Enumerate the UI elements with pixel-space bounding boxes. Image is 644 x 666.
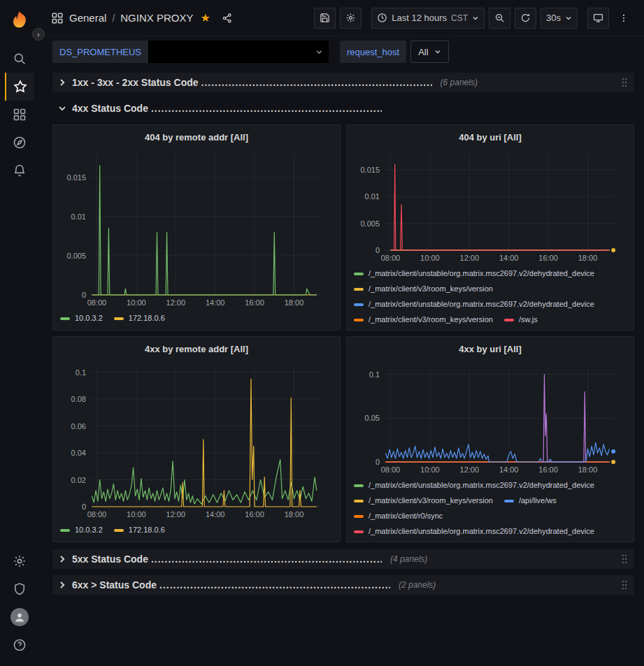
share-icon[interactable]: [222, 13, 233, 24]
sidebar: ›: [0, 0, 38, 666]
dashboard-settings-button[interactable]: [340, 8, 362, 29]
panel-title[interactable]: 404 by remote addr [All]: [60, 129, 333, 147]
time-series-chart[interactable]: 08:0010:0012:0014:0016:0018:0000.0050.01…: [60, 147, 333, 309]
sidebar-item-dashboards[interactable]: [5, 101, 34, 129]
legend-swatch: [354, 288, 364, 291]
sidebar-item-help[interactable]: [5, 631, 34, 659]
sidebar-item-explore[interactable]: [5, 129, 34, 157]
time-series-chart[interactable]: 08:0010:0012:0014:0016:0018:0000.0050.01…: [354, 147, 627, 264]
legend-swatch: [354, 500, 364, 502]
svg-text:08:00: 08:00: [87, 298, 107, 307]
row-title: 5xx Status Code: [72, 553, 148, 565]
save-dashboard-button[interactable]: [314, 8, 336, 29]
legend-item[interactable]: 10.0.3.2: [60, 524, 103, 536]
row-1xx-3xx-2xx-status-code[interactable]: 1xx - 3xx - 2xx Status Code ............…: [52, 73, 634, 92]
sidebar-item-search[interactable]: [5, 45, 34, 73]
svg-text:10:00: 10:00: [127, 510, 146, 519]
zoom-out-icon: [494, 13, 505, 23]
legend-item[interactable]: /api/live/ws: [504, 495, 557, 507]
svg-text:08:00: 08:00: [381, 254, 401, 262]
panel-title[interactable]: 404 by uri [All]: [354, 129, 627, 147]
legend-item[interactable]: /_matrix/client/v3/room_keys/version: [354, 283, 493, 295]
sidebar-collapse-button[interactable]: ›: [32, 28, 45, 41]
row-4xx-status-code[interactable]: 4xx Status Code ........................…: [52, 99, 634, 118]
legend-item[interactable]: 10.0.3.2: [60, 312, 103, 324]
row-drag-handle[interactable]: [620, 77, 629, 88]
svg-text:08:00: 08:00: [87, 510, 107, 519]
sidebar-item-alerting[interactable]: [5, 157, 34, 184]
legend-label: /_matrix/client/v3/room_keys/version: [368, 283, 493, 295]
legend-item[interactable]: 172.18.0.6: [114, 312, 165, 324]
breadcrumb-dashboard-title[interactable]: NGINX PROXY: [120, 12, 193, 24]
legend-item[interactable]: /_matrix/client/unstable/org.matrix.msc2…: [354, 268, 594, 280]
time-range-picker[interactable]: Last 12 hours CST: [371, 8, 485, 29]
monitor-icon: [593, 13, 603, 23]
chevron-down-icon: [58, 104, 66, 113]
svg-text:0.015: 0.015: [66, 173, 86, 182]
legend-item[interactable]: /_matrix/client/unstable/org.matrix.msc2…: [354, 479, 594, 491]
svg-text:0.02: 0.02: [71, 476, 86, 484]
refresh-button[interactable]: [515, 8, 536, 29]
kebab-menu-icon: [619, 13, 629, 24]
chart-legend: /_matrix/client/unstable/org.matrix.msc2…: [354, 476, 627, 537]
svg-text:16:00: 16:00: [538, 254, 558, 262]
row-title: 4xx Status Code: [72, 103, 148, 114]
request-host-variable: request_host All: [340, 41, 449, 63]
datasource-picker[interactable]: [148, 41, 329, 63]
kebab-menu-button[interactable]: [613, 8, 634, 29]
legend-swatch: [354, 273, 364, 275]
legend-item[interactable]: /_matrix/client/v3/room_keys/version: [354, 495, 493, 507]
panel-title[interactable]: 4xx by remote addr [All]: [60, 340, 333, 359]
legend-label: /_matrix/client/r0/sync: [368, 510, 443, 522]
chevron-right-icon: [58, 78, 66, 87]
row-6xx-status-code[interactable]: 6xx > Status Code ......................…: [52, 575, 634, 595]
request-host-picker[interactable]: All: [410, 41, 448, 63]
svg-text:0.01: 0.01: [71, 212, 86, 221]
row-drag-handle[interactable]: [620, 553, 629, 565]
legend-item[interactable]: 172.18.0.6: [114, 524, 165, 536]
chart-area: 08:0010:0012:0014:0016:0018:0000.0050.01…: [60, 147, 333, 309]
refresh-interval-picker[interactable]: 30s: [541, 8, 578, 29]
svg-text:18:00: 18:00: [285, 510, 304, 519]
panel-title[interactable]: 4xx by uri [All]: [354, 340, 627, 359]
dashboard-topbar: General / NGINX PROXY ★: [38, 0, 644, 36]
row-panels-count: (4 panels): [390, 554, 427, 564]
legend-swatch: [354, 484, 364, 487]
dashboard-content: 1xx - 3xx - 2xx Status Code ............…: [38, 67, 644, 666]
favorite-star-icon[interactable]: ★: [200, 11, 210, 24]
sidebar-item-server-admin[interactable]: [5, 575, 34, 603]
svg-text:14:00: 14:00: [206, 298, 225, 307]
sidebar-item-configuration[interactable]: [5, 547, 34, 575]
star-icon: [13, 80, 27, 94]
breadcrumb-section[interactable]: General: [69, 12, 106, 24]
legend-item[interactable]: /_matrix/client/unstable/org.matrix.msc2…: [354, 526, 594, 537]
search-icon: [13, 52, 27, 66]
chevron-right-icon: [58, 581, 66, 589]
sidebar-item-profile[interactable]: [5, 603, 34, 631]
svg-text:14:00: 14:00: [499, 465, 519, 474]
svg-text:0.1: 0.1: [76, 368, 86, 377]
legend-item[interactable]: /_matrix/client/v3/room_keys/version: [354, 314, 493, 326]
chevron-down-icon: [565, 15, 572, 22]
svg-text:14:00: 14:00: [206, 510, 225, 519]
time-series-chart[interactable]: 08:0010:0012:0014:0016:0018:0000.050.1: [354, 359, 627, 476]
row-5xx-status-code[interactable]: 5xx Status Code ........................…: [52, 549, 634, 569]
time-series-chart[interactable]: 08:0010:0012:0014:0016:0018:0000.020.040…: [60, 359, 333, 521]
svg-text:16:00: 16:00: [538, 465, 558, 474]
apps-grid-icon: [51, 12, 64, 24]
legend-label: /_matrix/client/unstable/org.matrix.msc2…: [368, 298, 594, 310]
tv-mode-button[interactable]: [587, 8, 609, 29]
request-host-variable-label: request_host: [340, 41, 406, 63]
legend-swatch: [114, 317, 124, 320]
zoom-out-time-button[interactable]: [489, 8, 510, 29]
svg-text:16:00: 16:00: [245, 510, 264, 519]
row-drag-handle[interactable]: [620, 579, 629, 591]
variables-bar: DS_PROMETHEUS request_host All: [38, 36, 644, 67]
legend-item[interactable]: /sw.js: [504, 314, 538, 326]
row-title-dots: ........................................…: [151, 553, 382, 565]
legend-item[interactable]: /_matrix/client/unstable/org.matrix.msc2…: [354, 298, 594, 310]
grafana-logo[interactable]: [5, 6, 34, 35]
sidebar-item-starred[interactable]: [5, 73, 34, 101]
legend-item[interactable]: /_matrix/client/r0/sync: [354, 510, 443, 522]
refresh-icon: [520, 13, 531, 23]
